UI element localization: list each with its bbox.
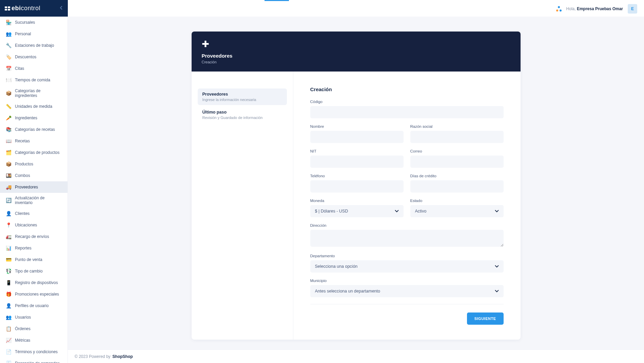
footer-link[interactable]: ShopShop xyxy=(113,354,133,359)
label-dias: Días de crédito xyxy=(410,174,504,178)
sidebar-item-m-tricas[interactable]: 📈Métricas xyxy=(0,335,67,346)
sidebar-item-proveedores[interactable]: 🚚Proveedores xyxy=(0,181,67,193)
sidebar-item-icon: 📏 xyxy=(5,103,12,109)
select-moneda[interactable]: $ | Dólares - USD xyxy=(310,205,404,217)
label-municipio: Municipio xyxy=(310,279,504,283)
sidebar-item-categor-as-de-ingredientes[interactable]: 📦Categorías de ingredientes xyxy=(0,86,67,101)
apps-icon[interactable] xyxy=(556,6,562,12)
sidebar-item-icon: 📱 xyxy=(5,280,12,286)
sidebar-item-label: Tipo de cambio xyxy=(15,269,43,274)
sidebar-item-recargo-de-env-os[interactable]: 🚛Recargo de envíos xyxy=(0,231,67,242)
input-dias-credito[interactable] xyxy=(410,180,504,193)
top-bar-right: Hola, Empresa Pruebas Omar E xyxy=(556,4,644,14)
sidebar-item-promociones-especiales[interactable]: 🎁Promociones especiales xyxy=(0,288,67,300)
input-correo[interactable] xyxy=(410,156,504,168)
sidebar-item-clientes[interactable]: 👤Clientes xyxy=(0,208,67,219)
sidebar-item-icon: 🚛 xyxy=(5,234,12,240)
sidebar-item-icon: 🔧 xyxy=(5,42,12,48)
sidebar-item-label: Registro de dispositivos xyxy=(15,280,58,285)
sidebar-item-label: Tiempos de comida xyxy=(15,78,50,82)
greeting-name: Empresa Pruebas Omar xyxy=(577,6,623,11)
label-codigo: Código xyxy=(310,100,504,104)
sidebar-item-punto-de-venta[interactable]: 💳Punto de venta xyxy=(0,254,67,265)
sidebar-item-tipo-de-cambio[interactable]: 💱Tipo de cambio xyxy=(0,265,67,277)
sidebar-item-label: Métricas xyxy=(15,338,30,343)
sidebar-item-citas[interactable]: 📅Citas xyxy=(0,63,67,74)
sidebar-collapse-button[interactable] xyxy=(60,6,63,11)
sidebar-item-icon: 📈 xyxy=(5,337,12,343)
textarea-direccion[interactable] xyxy=(310,230,504,247)
sidebar-item-label: Categorías de recetas xyxy=(15,127,55,132)
input-codigo[interactable] xyxy=(310,106,504,118)
label-razon: Razón social xyxy=(410,124,504,128)
greeting-prefix: Hola, xyxy=(566,6,577,11)
sidebar-item-usuarios[interactable]: 👥Usuarios xyxy=(0,311,67,323)
wizard-step[interactable]: ProveedoresIngrese la información necesa… xyxy=(198,88,287,105)
brand-name-light: control xyxy=(21,5,41,12)
sidebar-item-label: Estaciones de trabajo xyxy=(15,43,54,48)
sidebar-item-categor-as-de-productos[interactable]: 🗂️Categorías de productos xyxy=(0,147,67,158)
page-footer: © 2023 Powered by ShopShop xyxy=(68,349,644,363)
label-departamento: Departamento xyxy=(310,254,504,258)
sidebar-item-label: Sucursales xyxy=(15,20,35,25)
sidebar-item-label: Ubicaciones xyxy=(15,223,37,227)
user-avatar[interactable]: E xyxy=(628,4,637,14)
label-direccion: Dirección xyxy=(310,223,504,227)
sidebar-item-icon: 📊 xyxy=(5,245,12,251)
sidebar-item-icon: 🎁 xyxy=(5,291,12,297)
sidebar-item-categor-as-de-recetas[interactable]: 📚Categorías de recetas xyxy=(0,124,67,135)
sidebar-item-icon: 🍱 xyxy=(5,173,12,179)
sidebar-item-ingredientes[interactable]: 🥕Ingredientes xyxy=(0,112,67,124)
sidebar-item-icon: 🔄 xyxy=(5,197,12,203)
sidebar-item-icon: 📚 xyxy=(5,126,12,133)
sidebar-nav: 🏪Sucursales👥Personal🔧Estaciones de traba… xyxy=(0,17,68,363)
sidebar-item-tiempos-de-comida[interactable]: 🍽️Tiempos de comida xyxy=(0,74,67,86)
input-telefono[interactable] xyxy=(310,180,404,193)
sidebar-item-personal[interactable]: 👥Personal xyxy=(0,28,67,40)
form-area: Creación Código Nombre Razón social xyxy=(293,72,521,340)
sidebar-item-icon: 🍽️ xyxy=(5,77,12,83)
sidebar-item-icon: 🚚 xyxy=(5,184,12,190)
input-nombre[interactable] xyxy=(310,131,404,143)
sidebar-item-icon: 💱 xyxy=(5,268,12,274)
sidebar-item-registro-de-dispositivos[interactable]: 📱Registro de dispositivos xyxy=(0,277,67,288)
sidebar-item-label: Personal xyxy=(15,32,31,36)
sidebar-item-descuentos[interactable]: 🏷️Descuentos xyxy=(0,51,67,63)
sidebar-item-ubicaciones[interactable]: 📍Ubicaciones xyxy=(0,219,67,231)
input-razon-social[interactable] xyxy=(410,131,504,143)
sidebar-item-recetas[interactable]: 📖Recetas xyxy=(0,135,67,147)
sidebar-item-sucursales[interactable]: 🏪Sucursales xyxy=(0,17,67,28)
step-desc: Ingrese la información necesaria xyxy=(202,98,282,102)
sidebar-item-reportes[interactable]: 📊Reportes xyxy=(0,242,67,254)
brand-logo[interactable]: ebicontrol xyxy=(5,5,40,12)
sidebar-item-productos[interactable]: 📦Productos xyxy=(0,158,67,170)
input-nit[interactable] xyxy=(310,156,404,168)
sidebar-item-recepci-n-de-comandas[interactable]: 🧾Recepción de comandas xyxy=(0,358,67,363)
select-estado[interactable]: Activo xyxy=(410,205,504,217)
form-actions: SIGUIENTE xyxy=(310,312,504,325)
sidebar-item--rdenes[interactable]: 📋Órdenes xyxy=(0,323,67,335)
sidebar-item-label: Órdenes xyxy=(15,326,31,331)
greeting-text: Hola, Empresa Pruebas Omar xyxy=(566,6,623,11)
sidebar-item-icon: 📅 xyxy=(5,65,12,72)
sidebar-item-icon: 🗂️ xyxy=(5,149,12,156)
sidebar-item-perfiles-de-usuario[interactable]: 👤Perfiles de usuario xyxy=(0,300,67,311)
wizard-step[interactable]: Último pasoRevisión y Guardado de inform… xyxy=(198,106,287,123)
select-departamento[interactable]: Selecciona una opción xyxy=(310,260,504,273)
select-municipio[interactable]: Antes selecciona un departamento xyxy=(310,285,504,297)
sidebar-item-unidades-de-medida[interactable]: 📏Unidades de medida xyxy=(0,101,67,112)
sidebar-item-icon: 📍 xyxy=(5,222,12,228)
sidebar-item-estaciones-de-trabajo[interactable]: 🔧Estaciones de trabajo xyxy=(0,40,67,51)
sidebar-item-label: Combos xyxy=(15,173,30,178)
sidebar-item-label: Categorías de ingredientes xyxy=(15,88,62,98)
next-button[interactable]: SIGUIENTE xyxy=(467,312,504,325)
sidebar-item-t-rminos-y-condiciones[interactable]: 📄Términos y condiciones xyxy=(0,346,67,358)
sidebar-item-label: Unidades de medida xyxy=(15,104,52,109)
sidebar-item-actualizaci-n-de-inventario[interactable]: 🔄Actualización de inventario xyxy=(0,193,67,208)
card-header: ✚ Proveedores Creación xyxy=(192,32,521,72)
sidebar-item-icon: 👤 xyxy=(5,210,12,217)
brand-header: ebicontrol xyxy=(0,0,68,17)
chevron-left-icon xyxy=(60,6,63,10)
sidebar-item-combos[interactable]: 🍱Combos xyxy=(0,170,67,181)
footer-text: © 2023 Powered by xyxy=(75,354,111,359)
